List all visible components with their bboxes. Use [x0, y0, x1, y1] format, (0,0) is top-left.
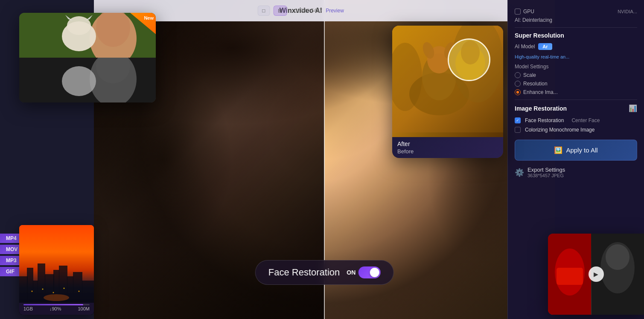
- image-restoration-title: Image Restoration: [515, 105, 567, 112]
- progress-bar-fill: [23, 304, 83, 305]
- face-restoration-row[interactable]: Face Restoration Center Face: [515, 117, 637, 123]
- deer-before-label: Before: [397, 148, 498, 155]
- resolution-label: Resolution: [523, 81, 548, 87]
- scale-label: Scale: [523, 72, 536, 78]
- bottom-left-panel: MP4MOVMP3GIF: [0, 225, 94, 315]
- moto-left: [548, 234, 591, 315]
- svg-point-10: [62, 66, 96, 96]
- center-face-label: Center Face: [571, 117, 600, 123]
- deer-svg: [392, 26, 503, 132]
- photo-card-svg: [19, 13, 156, 58]
- export-info: 3638*5457 JPEG: [527, 173, 565, 178]
- svg-point-25: [42, 289, 44, 290]
- svg-point-23: [44, 294, 69, 301]
- image-restoration-header: Image Restoration 📊: [515, 104, 637, 112]
- settings-icon: ⚙️: [515, 168, 524, 177]
- toggle-thumb: [370, 268, 379, 277]
- svg-point-39: [461, 41, 480, 64]
- toolbar-btn-2[interactable]: ⊞: [273, 6, 287, 16]
- divider-1: [515, 27, 637, 28]
- moto-left-svg: [548, 234, 592, 315]
- svg-rect-42: [557, 268, 583, 285]
- gpu-label: GPU: [523, 9, 534, 15]
- gpu-row: GPU NVIDIA...: [515, 9, 637, 15]
- percent-text: ↓90%: [50, 306, 61, 311]
- landscape-bg: [19, 225, 94, 315]
- svg-point-28: [79, 291, 80, 292]
- export-row: ⚙️ Export Settings 3638*5457 JPEG: [515, 167, 637, 178]
- deer-labels: After Before: [392, 137, 503, 158]
- landscape-image: 1GB ↓90% 100M: [19, 225, 94, 315]
- scale-radio[interactable]: [515, 72, 521, 78]
- face-restoration-toggle[interactable]: ON: [347, 266, 380, 278]
- enhance-radio-row[interactable]: Enhance Ima...: [515, 89, 637, 95]
- ai-model-badge: Ar: [538, 43, 552, 50]
- gpu-section: GPU NVIDIA... AI: Deinterlacing: [515, 9, 637, 23]
- quality-link[interactable]: High-quality real-time an...: [515, 54, 569, 59]
- svg-point-24: [32, 291, 33, 292]
- resolution-radio[interactable]: [515, 81, 521, 87]
- export-details: Export Settings 3638*5457 JPEG: [527, 167, 565, 178]
- export-settings-label: Export Settings: [527, 167, 565, 173]
- landscape-svg: [19, 225, 94, 315]
- svg-point-26: [53, 292, 54, 293]
- colorizing-row[interactable]: Colorizing Monochrome Image: [515, 127, 637, 133]
- toggle-track[interactable]: [358, 266, 380, 278]
- svg-point-27: [64, 288, 65, 289]
- apply-to-all-button[interactable]: 🖼️ Apply to All: [515, 140, 637, 161]
- preview-button[interactable]: Preview: [326, 8, 344, 14]
- photo-card-color-top: New: [19, 13, 156, 58]
- deinterlacing-row: AI: Deinterlacing: [515, 17, 637, 23]
- photo-card-top-left: New: [19, 13, 156, 102]
- ai-model-row: AI Model Ar: [515, 43, 637, 50]
- resolution-radio-row[interactable]: Resolution: [515, 81, 637, 87]
- face-restoration-checkbox[interactable]: [515, 117, 521, 123]
- restoration-options: Face Restoration Center Face Colorizing …: [515, 117, 637, 133]
- moto-card: ▶: [548, 234, 644, 315]
- export-section: ⚙️ Export Settings 3638*5457 JPEG: [515, 167, 637, 178]
- svg-point-45: [606, 244, 629, 270]
- scale-radio-row[interactable]: Scale: [515, 72, 637, 78]
- resolution-display: 3638 * 5457: [294, 8, 322, 14]
- new-badge-text: New: [144, 15, 154, 20]
- output-text: 100M: [78, 306, 90, 311]
- progress-bar-track: [23, 304, 90, 305]
- toolbar-btn-1[interactable]: □: [257, 6, 270, 16]
- model-settings-title: Model Settings: [515, 64, 637, 70]
- title-bar: □ ⊞ 3638 * 5457 Preview Winxvideo AI: [94, 0, 507, 21]
- face-restoration-overlay-text: Face Restoration: [268, 267, 340, 278]
- divider-2: [515, 100, 637, 100]
- deer-zoom-circle: [448, 38, 490, 81]
- play-button[interactable]: ▶: [589, 266, 604, 282]
- size-text: 1GB: [23, 306, 33, 311]
- enhance-radio[interactable]: [515, 89, 521, 95]
- face-restoration-overlay: Face Restoration ON: [255, 260, 394, 285]
- photo-card-bw-svg: [19, 58, 156, 102]
- toggle-on-label: ON: [347, 269, 356, 276]
- deer-after-label: After: [397, 140, 498, 147]
- colorizing-checkbox[interactable]: [515, 127, 521, 133]
- enhance-label: Enhance Ima...: [523, 89, 558, 95]
- super-resolution-title: Super Resolution: [515, 32, 637, 39]
- ai-model-label: AI Model: [515, 44, 535, 50]
- colorizing-option-label: Colorizing Monochrome Image: [525, 127, 594, 133]
- apply-icon: 🖼️: [554, 146, 562, 154]
- face-restoration-option-label: Face Restoration: [525, 117, 564, 123]
- toolbar: □ ⊞ 3638 * 5457 Preview: [257, 6, 344, 16]
- gpu-checkbox-item[interactable]: GPU: [515, 9, 534, 15]
- deinterlacing-label: AI: Deinterlacing: [515, 17, 552, 23]
- deer-card: After Before: [392, 26, 503, 158]
- photo-card-bw-bottom: [19, 58, 156, 102]
- apply-btn-label: Apply to All: [566, 146, 597, 154]
- gpu-value: NVIDIA...: [618, 9, 637, 14]
- restoration-icon: 📊: [629, 104, 637, 112]
- gpu-checkbox[interactable]: [515, 9, 521, 15]
